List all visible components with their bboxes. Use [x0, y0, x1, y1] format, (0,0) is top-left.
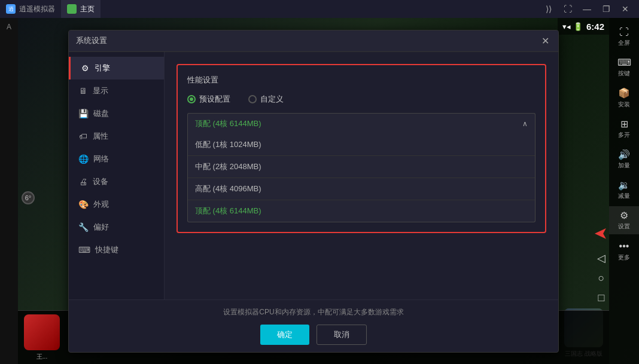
disk-nav-icon: 💾	[78, 109, 89, 118]
modal-footer: 设置模拟器CPU和内存资源，中配可满足大多数游戏需求 确定 取消	[69, 299, 558, 352]
props-nav-icon: 🏷	[78, 131, 88, 141]
radio-preset-circle	[187, 95, 196, 103]
performance-dropdown[interactable]: 顶配 (4核 6144MB) ∧ 低配 (1核 1024MB) 中配 (2核 2…	[187, 113, 535, 222]
rs-install-label: 安装	[618, 100, 630, 109]
expand-btn[interactable]: ⟩⟩	[540, 0, 558, 18]
modal-titlebar: 系统设置 ✕	[69, 30, 558, 52]
close-btn[interactable]: ✕	[616, 0, 634, 18]
multi-icon: ⊞	[620, 118, 628, 130]
radio-group: 预设配置 自定义	[187, 94, 535, 105]
modal-nav-disk[interactable]: 💾 磁盘	[69, 102, 164, 125]
right-sidebar: ⛶ 全屏 ⌨ 按键 📦 安装 ⊞ 多开 🔊 加量 🔉 减量 ⚙ 设置 ••• 更…	[609, 18, 639, 364]
network-nav-label: 网络	[93, 154, 109, 164]
modal-nav-shortcuts[interactable]: ⌨ 快捷键	[69, 238, 164, 261]
keyboard-icon: ⌨	[617, 57, 631, 68]
title-bar: 逍 逍遥模拟器 主页 ⟩⟩ ⛶ — ❐ ✕	[0, 0, 639, 18]
network-nav-icon: 🌐	[78, 154, 89, 164]
modal-nav-device[interactable]: 🖨 设备	[69, 170, 164, 193]
main-tab-label: 主页	[80, 4, 95, 14]
dropdown-option-mid[interactable]: 中配 (2核 2048MB)	[188, 156, 535, 178]
dropdown-selected-value: 顶配 (4核 6144MB)	[195, 118, 261, 129]
dropdown-option-low[interactable]: 低配 (1核 1024MB)	[188, 134, 535, 156]
rs-more[interactable]: ••• 更多	[609, 237, 639, 265]
confirm-button[interactable]: 确定	[260, 325, 309, 345]
radio-custom[interactable]: 自定义	[248, 94, 284, 105]
rs-keyboard-label: 按键	[618, 69, 630, 78]
display-nav-icon: 🖥	[78, 86, 88, 96]
radio-preset-label: 预设配置	[199, 94, 230, 105]
chevron-up-icon: ∧	[522, 120, 528, 128]
modal-nav: ⚙ 引擎 🖥 显示 💾 磁盘 🏷 属性 🌐 网络	[69, 52, 165, 299]
radio-custom-label: 自定义	[260, 94, 284, 105]
vol-up-icon: 🔊	[618, 149, 630, 160]
disk-nav-label: 磁盘	[93, 108, 109, 119]
dropdown-option-high[interactable]: 高配 (4核 4096MB)	[188, 178, 535, 200]
modal-body: ⚙ 引擎 🖥 显示 💾 磁盘 🏷 属性 🌐 网络	[69, 52, 558, 299]
rs-vol-down[interactable]: 🔉 减量	[609, 176, 639, 204]
radio-custom-circle	[248, 95, 257, 103]
more-icon: •••	[619, 240, 629, 252]
dropdown-option-ultra[interactable]: 顶配 (4核 6144MB)	[188, 200, 535, 222]
rs-install[interactable]: 📦 安装	[609, 84, 639, 112]
footer-buttons: 确定 取消	[260, 325, 367, 345]
rs-vol-down-label: 减量	[618, 192, 630, 200]
left-letter: A	[7, 23, 11, 31]
vol-down-icon: 🔉	[618, 179, 630, 191]
restore-btn[interactable]: ❐	[597, 0, 615, 18]
modal-nav-network[interactable]: 🌐 网络	[69, 148, 164, 170]
rs-keyboard[interactable]: ⌨ 按键	[609, 53, 639, 81]
modal-nav-props[interactable]: 🏷 属性	[69, 125, 164, 148]
rs-multi[interactable]: ⊞ 多开	[609, 115, 639, 143]
rs-multi-label: 多开	[618, 131, 630, 139]
engine-nav-label: 引擎	[95, 63, 110, 74]
engine-nav-icon: ⚙	[80, 63, 90, 73]
app-tab[interactable]: 逍 逍遥模拟器	[0, 0, 61, 18]
fullscreen-btn[interactable]: ⛶	[559, 0, 577, 18]
preference-nav-icon: 🔧	[78, 222, 89, 232]
rs-settings-label: 设置	[618, 222, 630, 231]
rs-fullscreen[interactable]: ⛶ 全屏	[609, 23, 639, 51]
shortcuts-nav-icon: ⌨	[78, 245, 90, 255]
rs-more-label: 更多	[618, 253, 630, 262]
window-controls: ⟩⟩ ⛶ — ❐ ✕	[540, 0, 639, 18]
footer-hint: 设置模拟器CPU和内存资源，中配可满足大多数游戏需求	[223, 307, 403, 317]
fullscreen-icon: ⛶	[619, 26, 629, 38]
rs-fullscreen-label: 全屏	[618, 39, 630, 47]
install-icon: 📦	[618, 87, 630, 99]
rs-settings[interactable]: ⚙ 设置	[609, 206, 639, 234]
modal-nav-appearance[interactable]: 🎨 外观	[69, 193, 164, 216]
modal-overlay: 系统设置 ✕ ⚙ 引擎 🖥 显示 💾 磁盘 🏷	[18, 18, 609, 364]
modal-title: 系统设置	[76, 35, 107, 46]
device-nav-icon: 🖨	[78, 177, 88, 186]
dropdown-list: 低配 (1核 1024MB) 中配 (2核 2048MB) 高配 (4核 409…	[187, 134, 535, 222]
modal-nav-engine[interactable]: ⚙ 引擎	[69, 57, 164, 79]
main-tab[interactable]: 主页	[61, 0, 101, 18]
settings-modal: 系统设置 ✕ ⚙ 引擎 🖥 显示 💾 磁盘 🏷	[68, 30, 559, 353]
device-nav-label: 设备	[93, 176, 108, 187]
modal-nav-display[interactable]: 🖥 显示	[69, 79, 164, 102]
radio-preset[interactable]: 预设配置	[187, 94, 230, 105]
app-tab-label: 逍遥模拟器	[19, 4, 55, 14]
display-nav-label: 显示	[93, 85, 108, 96]
rs-vol-up[interactable]: 🔊 加量	[609, 145, 639, 173]
performance-title: 性能设置	[187, 75, 535, 85]
dropdown-header[interactable]: 顶配 (4核 6144MB) ∧	[187, 113, 535, 134]
cancel-button[interactable]: 取消	[317, 325, 367, 345]
modal-close-btn[interactable]: ✕	[539, 35, 551, 47]
modal-nav-preference[interactable]: 🔧 偏好	[69, 216, 164, 238]
modal-right-content: 性能设置 预设配置 自定义	[165, 52, 558, 299]
preference-nav-label: 偏好	[93, 222, 109, 233]
appearance-nav-label: 外观	[93, 199, 109, 210]
rs-vol-up-label: 加量	[618, 161, 630, 170]
left-sidebar: A	[0, 18, 18, 364]
settings-icon: ⚙	[620, 210, 628, 221]
shortcuts-nav-label: 快捷键	[95, 244, 118, 255]
props-nav-label: 属性	[93, 131, 108, 142]
minimize-btn[interactable]: —	[578, 0, 596, 18]
performance-section: 性能设置 预设配置 自定义	[177, 64, 546, 233]
appearance-nav-icon: 🎨	[78, 200, 89, 209]
